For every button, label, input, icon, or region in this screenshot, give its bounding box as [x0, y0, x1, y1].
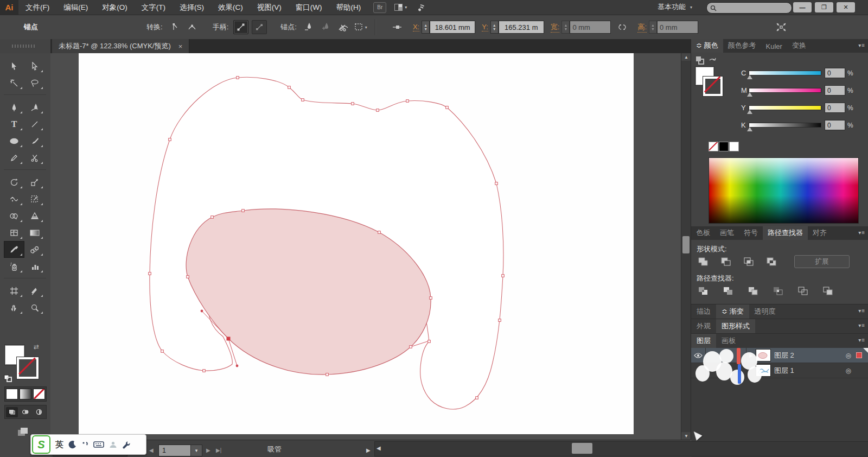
selected-anchor-point[interactable] — [227, 337, 230, 340]
cut-path-button[interactable] — [336, 21, 350, 34]
toolbar-grip[interactable] — [0, 39, 50, 53]
ime-language-toggle[interactable]: 英 — [55, 440, 63, 450]
arrange-documents-button[interactable]: ▾ — [394, 3, 407, 12]
rotate-tool[interactable] — [4, 174, 24, 191]
status-menu-arrow[interactable]: ▶ — [366, 447, 371, 453]
black-slider[interactable] — [749, 123, 821, 128]
mesh-tool[interactable] — [4, 224, 24, 241]
artwork[interactable] — [79, 53, 634, 434]
artboard-number-field[interactable]: 1 — [158, 445, 194, 456]
tab-artboards[interactable]: 画板 — [716, 334, 741, 348]
collapse-tools-icon[interactable] — [16, 427, 29, 439]
paint-color-button[interactable] — [6, 389, 18, 399]
first-artboard-button[interactable]: ◀ — [149, 447, 154, 453]
target-icon[interactable]: ◎ — [846, 352, 851, 359]
lasso-tool[interactable] — [24, 74, 45, 91]
tab-align[interactable]: 对齐 — [808, 226, 832, 240]
magenta-slider[interactable] — [749, 88, 821, 93]
tab-color[interactable]: ≎ 颜色 — [691, 39, 723, 53]
black-value-field[interactable]: 0 — [825, 120, 845, 130]
tab-layers[interactable]: 图层 — [691, 334, 716, 348]
layer-name[interactable]: 图层 1 — [774, 366, 794, 376]
tab-gradient[interactable]: ≎ 渐变 — [716, 304, 749, 319]
direct-selection-tool[interactable] — [24, 58, 45, 74]
panel-menu-icon[interactable]: ▾≡ — [858, 337, 865, 343]
tab-swatches[interactable]: 色板 — [691, 226, 715, 240]
pen-variant-tool[interactable] — [24, 99, 45, 116]
menu-select[interactable]: 选择(S) — [173, 0, 211, 15]
y-stepper[interactable]: ▲▼ — [490, 21, 499, 34]
selection-indicator[interactable] — [856, 352, 862, 358]
minimize-button[interactable]: — — [793, 2, 812, 12]
handle-end-dot[interactable] — [201, 310, 203, 313]
yellow-slider[interactable] — [749, 105, 821, 110]
pen-tool[interactable] — [4, 99, 24, 116]
column-graph-tool[interactable] — [24, 258, 45, 275]
scroll-left-button[interactable]: ◀ — [376, 445, 381, 451]
draw-normal-button[interactable] — [6, 407, 18, 417]
tab-color-guide[interactable]: 颜色参考 — [723, 39, 761, 53]
expand-button[interactable]: 扩展 — [794, 255, 850, 268]
default-fill-stroke-icon[interactable] — [4, 375, 12, 382]
menu-object[interactable]: 对象(O) — [95, 0, 135, 15]
bridge-button[interactable]: Br — [373, 2, 386, 13]
width-field[interactable]: 0 mm — [570, 21, 611, 34]
trim-button[interactable] — [720, 284, 737, 297]
search-input[interactable] — [706, 2, 792, 14]
ime-profile-icon[interactable] — [109, 441, 117, 449]
white-color-chip[interactable] — [729, 142, 739, 151]
add-anchor-button[interactable] — [319, 21, 333, 34]
symbol-sprayer-tool[interactable] — [4, 258, 24, 275]
minus-back-button[interactable] — [820, 284, 837, 297]
scroll-up-button[interactable]: ▲ — [681, 53, 691, 61]
x-stepper[interactable]: ▲▼ — [422, 21, 430, 34]
tab-pathfinder[interactable]: 路径查找器 — [763, 226, 808, 240]
tab-stroke[interactable]: 描边 — [691, 304, 716, 319]
stroke-color-chip[interactable] — [17, 357, 39, 379]
remove-anchor-button[interactable] — [302, 21, 316, 34]
menu-window[interactable]: 窗口(W) — [289, 0, 329, 15]
line-segment-tool[interactable] — [24, 116, 45, 132]
magic-wand-tool[interactable] — [4, 74, 24, 91]
selection-tool[interactable] — [4, 58, 24, 74]
unite-button[interactable] — [695, 255, 712, 268]
menu-view[interactable]: 视图(V) — [250, 0, 289, 15]
tab-brushes[interactable]: 画笔 — [715, 226, 739, 240]
black-color-chip[interactable] — [719, 142, 729, 151]
shape-builder-tool[interactable] — [4, 207, 24, 224]
ime-wrench-icon[interactable] — [122, 441, 130, 449]
perspective-grid-tool[interactable] — [24, 207, 45, 224]
target-icon[interactable]: ◎ — [846, 367, 851, 375]
tab-transform[interactable]: 变换 — [787, 39, 811, 53]
isolate-selected-object-button[interactable] — [774, 21, 788, 34]
free-transform-tool[interactable] — [24, 191, 45, 207]
y-field[interactable]: 165.231 m — [499, 21, 544, 34]
paint-gradient-button[interactable] — [20, 389, 31, 399]
ime-keyboard-icon[interactable] — [93, 441, 104, 448]
artboard-dropdown-button[interactable]: ▾ — [190, 445, 202, 456]
tab-graphic-styles[interactable]: 图形样式 — [716, 319, 755, 333]
workspace-switcher[interactable]: 基本功能 ▾ — [658, 2, 692, 12]
draw-inside-button[interactable] — [33, 407, 45, 417]
gradient-tool[interactable] — [24, 224, 45, 241]
type-tool[interactable]: T — [4, 116, 24, 132]
horizontal-scroll-thumb[interactable] — [572, 443, 592, 454]
next-artboard-button[interactable]: ▶ — [206, 447, 210, 453]
sogou-logo[interactable]: S — [32, 435, 50, 454]
canvas-area[interactable]: ▲ ▼ — [50, 53, 691, 440]
paint-none-button[interactable] — [33, 389, 45, 399]
merge-button[interactable] — [745, 284, 762, 297]
outline-button[interactable] — [795, 284, 812, 297]
close-tab-icon[interactable]: × — [178, 42, 183, 50]
link-dimensions-button[interactable] — [615, 21, 629, 34]
exclude-button[interactable] — [764, 255, 780, 268]
pencil-tool[interactable] — [4, 149, 24, 166]
scale-tool[interactable] — [24, 174, 45, 191]
hide-handles-button[interactable] — [252, 20, 267, 34]
layer-name[interactable]: 图层 2 — [774, 351, 794, 360]
tab-symbols[interactable]: 符号 — [739, 226, 763, 240]
cs-live-icon[interactable] — [414, 3, 426, 12]
ime-punctuation-icon[interactable] — [82, 441, 88, 448]
artboard-tool[interactable] — [4, 282, 24, 299]
draw-behind-button[interactable] — [20, 407, 31, 417]
